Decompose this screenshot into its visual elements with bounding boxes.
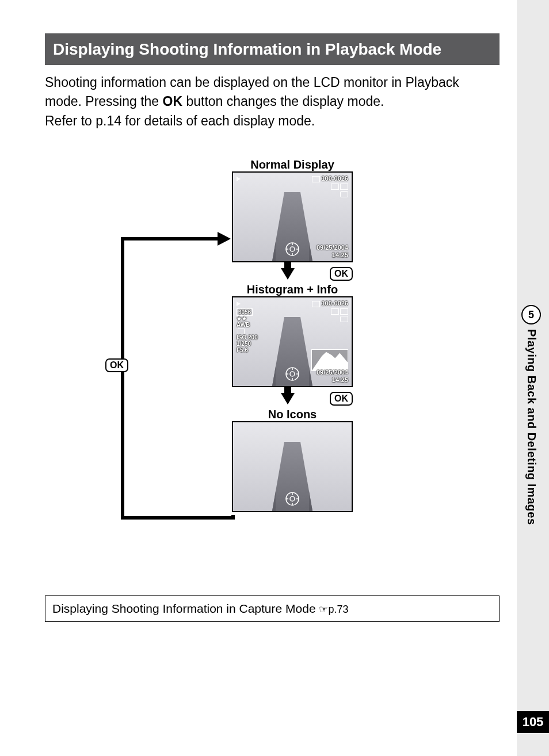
intro-text-b: button changes the display mode. <box>182 94 384 109</box>
battery-icon-2 <box>340 316 348 322</box>
play-triangle-icon-2 <box>237 301 241 306</box>
lcd-stack: Normal Display 100-0026 09/25/2004 14:25 <box>232 158 353 512</box>
date-text: 09/25/2004 <box>317 244 348 251</box>
awb-text: AWB <box>237 322 250 328</box>
chapter-title: Playing Back and Deleting Images <box>525 329 538 525</box>
datetime-overlay: 09/25/2004 14:25 <box>317 244 348 259</box>
lcd-histogram-display: 100-0026 3056 ★★ AWB ISO 200 1/250 F5.6 <box>232 296 353 387</box>
svg-point-6 <box>290 497 295 501</box>
down-arrow-icon-2 <box>281 393 295 404</box>
ok-button-1: OK <box>330 267 353 281</box>
datetime-overlay-2: 09/25/2004 14:25 <box>317 369 348 384</box>
voice-memo-icon-2 <box>331 308 339 315</box>
metering-icon <box>238 329 245 334</box>
playback-icon-2 <box>237 300 242 307</box>
four-way-controller-icon-3 <box>285 491 300 506</box>
protect-icon <box>340 184 348 190</box>
shutter-text: 1/250 <box>237 341 251 347</box>
ok-button-2: OK <box>330 392 353 406</box>
caption-histogram: Histogram + Info <box>232 283 353 296</box>
card-icon <box>312 176 320 182</box>
shooting-info-left: 3056 ★★ AWB ISO 200 1/250 F5.6 <box>237 309 258 353</box>
time-text-2: 14:25 <box>332 376 348 383</box>
folder-number-2: 100-0026 <box>312 300 349 323</box>
four-way-controller-icon <box>285 242 300 257</box>
protect-icon-2 <box>340 308 348 315</box>
iso-text: ISO 200 <box>237 334 258 341</box>
caption-noicons: No Icons <box>232 408 353 421</box>
histogram-graph <box>311 349 348 371</box>
ok-button-left: OK <box>105 358 128 372</box>
ok-text-inline: OK <box>163 94 183 109</box>
play-triangle-icon <box>237 177 241 181</box>
svg-point-2 <box>290 247 295 251</box>
display-mode-diagram: OK Normal Display 100-0026 09/25/2004 <box>88 158 456 572</box>
section-heading: Displaying Shooting Information in Playb… <box>45 33 500 65</box>
quality-stars: ★★ <box>237 315 247 322</box>
content-area: Displaying Shooting Information in Playb… <box>45 33 500 622</box>
arrow-row-2: OK <box>232 392 353 406</box>
crossref-text: Displaying Shooting Information in Captu… <box>52 602 319 615</box>
caption-normal: Normal Display <box>232 158 353 171</box>
four-way-controller-icon-2 <box>285 366 300 381</box>
down-arrow-icon <box>281 268 295 280</box>
folder-number: 100-0026 <box>312 175 349 198</box>
intro-text-c: Refer to p.14 for details of each displa… <box>45 113 315 128</box>
manual-page: Displaying Shooting Information in Playb… <box>0 0 549 756</box>
page-number: 105 <box>517 711 549 733</box>
card-icon-2 <box>312 301 320 307</box>
svg-marker-0 <box>218 232 231 246</box>
folder-text-2: 100-0026 <box>322 300 349 307</box>
battery-icon <box>340 191 348 197</box>
cross-reference-box: Displaying Shooting Information in Captu… <box>45 595 500 622</box>
folder-text: 100-0026 <box>322 175 349 182</box>
voice-memo-icon <box>331 184 339 190</box>
svg-point-4 <box>290 372 295 376</box>
chapter-number: 5 <box>521 305 541 324</box>
arrow-row-1: OK <box>232 267 353 281</box>
aperture-text: F5.6 <box>237 347 248 353</box>
histogram-shape <box>312 350 348 371</box>
lcd-noicons-display <box>232 421 353 512</box>
date-text-2: 09/25/2004 <box>317 369 348 376</box>
lcd-normal-display: 100-0026 09/25/2004 14:25 <box>232 171 353 262</box>
crossref-page: ☞p.73 <box>319 604 348 615</box>
chapter-tab: 5 Playing Back and Deleting Images <box>521 305 541 525</box>
time-text: 14:25 <box>332 251 348 258</box>
playback-icon <box>237 175 242 182</box>
intro-paragraph: Shooting information can be displayed on… <box>45 73 500 131</box>
ok-button-label: OK <box>105 358 128 372</box>
